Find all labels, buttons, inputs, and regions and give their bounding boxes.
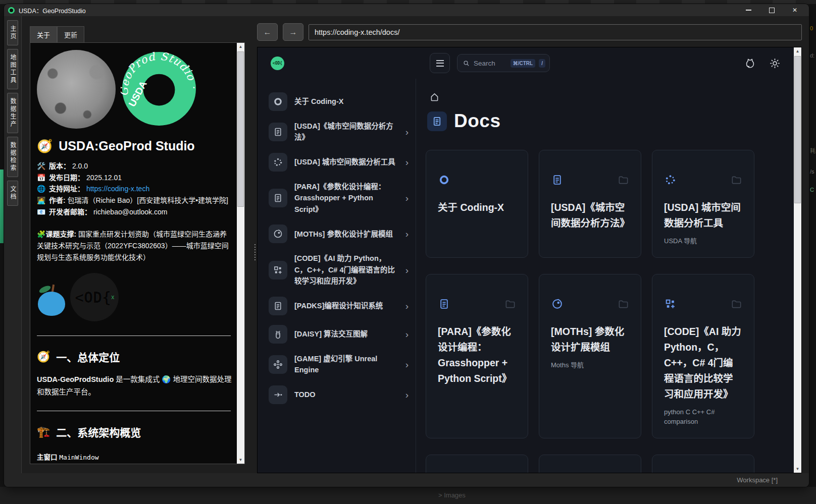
docs-sidebar-item-icon bbox=[269, 92, 287, 111]
chevron-right-icon[interactable]: › bbox=[404, 127, 409, 137]
folder-icon bbox=[618, 298, 629, 310]
docs-sidebar-item[interactable]: [USDA]《城市空间数据分析方法》 › bbox=[268, 118, 410, 146]
docs-sidebar-item[interactable]: [PARA]《参数化设计编程：Grasshopper + Python Scri… bbox=[268, 179, 410, 217]
about-info-line: 🛠️版本： 2.0.0 bbox=[37, 160, 234, 172]
card-topic-icon bbox=[664, 174, 677, 186]
site-logo[interactable]: <OD{ bbox=[271, 57, 284, 70]
section1-heading: 🧭 一、总体定位 bbox=[37, 349, 234, 364]
chevron-right-icon[interactable]: › bbox=[404, 329, 409, 339]
chevron-right-icon[interactable]: › bbox=[404, 229, 409, 239]
folder-icon bbox=[504, 298, 516, 310]
hamburger-menu-button[interactable] bbox=[430, 53, 450, 73]
vertical-tab[interactable]: 数据检索 bbox=[7, 137, 18, 177]
docs-sidebar: 关于 Coding-X [USDA]《城市空间数据分析方法》 › [USDA] … bbox=[258, 79, 416, 473]
docs-sidebar-item-label: [USDA] 城市空间数据分析工具 bbox=[294, 156, 397, 167]
docs-card[interactable] bbox=[426, 455, 528, 474]
docs-sidebar-item[interactable]: [DAISY] 算法交互图解 › bbox=[268, 322, 410, 346]
titlebar[interactable]: USDA：GeoProdStudio ✕ bbox=[4, 4, 809, 16]
chevron-right-icon[interactable]: › bbox=[404, 360, 409, 369]
moon-photo bbox=[37, 50, 116, 129]
background-text-fragment: 耗 bbox=[810, 146, 815, 154]
puzzle-emoji-icon: 🧩 bbox=[37, 230, 45, 238]
docs-sidebar-item[interactable]: [MOTHs] 参数化设计扩展模组 › bbox=[268, 222, 410, 246]
chevron-right-icon[interactable]: › bbox=[404, 390, 409, 400]
card-description: USDA 导航 bbox=[664, 236, 742, 246]
vertical-tab[interactable]: 地图工具 bbox=[7, 49, 18, 89]
browser-scrollbar[interactable]: ▲ ▼ bbox=[794, 47, 801, 473]
browser-toolbar: ← → https://coding-x.tech/docs/ bbox=[257, 23, 802, 47]
folder-icon bbox=[731, 298, 742, 310]
compass-emoji-icon: 🧭 bbox=[37, 139, 53, 153]
chevron-right-icon[interactable]: › bbox=[404, 157, 409, 167]
scrollbar-thumb[interactable] bbox=[237, 51, 244, 207]
docs-sidebar-item-label: 关于 Coding-X bbox=[294, 96, 409, 107]
browser-forward-button[interactable]: → bbox=[283, 23, 303, 41]
docs-sidebar-item-label: [DAISY] 算法交互图解 bbox=[294, 328, 397, 340]
panel-resize-handle[interactable] bbox=[253, 16, 257, 473]
scroll-up-arrow-icon[interactable]: ▲ bbox=[794, 47, 801, 55]
github-icon[interactable] bbox=[744, 58, 756, 69]
vertical-tab[interactable]: 数据生产 bbox=[7, 93, 18, 133]
chevron-right-icon[interactable]: › bbox=[404, 265, 409, 275]
about-document-content: GeoProd Studio · USDA 🧭 USDA:GeoProd Stu… bbox=[30, 43, 237, 464]
about-info-line: 📅发布日期： 2025.12.01 bbox=[37, 172, 234, 184]
background-window-right-sliver: 0d:耗/sC bbox=[809, 4, 816, 487]
docs-card[interactable]: [PARA]《参数化设计编程：Grasshopper + Python Scri… bbox=[426, 274, 528, 438]
docs-sidebar-item-icon bbox=[269, 189, 287, 207]
folder-icon bbox=[731, 174, 742, 186]
docs-card[interactable]: 关于 Coding-X bbox=[426, 150, 528, 258]
info-line-value: https://coding-x.tech bbox=[86, 185, 149, 193]
docs-card[interactable] bbox=[652, 455, 754, 474]
theme-toggle-sun-icon[interactable] bbox=[769, 58, 781, 69]
docs-sidebar-item[interactable]: [GAME] 虚幻引擎 Unreal Engine › bbox=[268, 351, 410, 378]
docs-sidebar-item[interactable]: [USDA] 城市空间数据分析工具 › bbox=[268, 150, 410, 174]
docs-sidebar-item[interactable]: TODO › bbox=[268, 383, 410, 407]
card-topic-icon bbox=[438, 298, 450, 310]
docs-sidebar-item-icon bbox=[269, 225, 287, 243]
background-text-fragment: /s bbox=[810, 169, 814, 175]
docs-card[interactable]: [CODE]《AI 助力 Python，C，C++，C# 4门编程语言的比较学习… bbox=[652, 274, 754, 438]
url-bar[interactable]: https://coding-x.tech/docs/ bbox=[309, 24, 802, 40]
vertical-tab[interactable]: 文档 bbox=[7, 181, 18, 206]
docs-sidebar-item-label: [MOTHs] 参数化设计扩展模组 bbox=[294, 229, 397, 240]
close-button[interactable]: ✕ bbox=[792, 7, 798, 13]
minimize-button[interactable] bbox=[745, 7, 751, 13]
browser-back-button[interactable]: ← bbox=[257, 23, 278, 41]
chevron-right-icon[interactable]: › bbox=[404, 193, 409, 203]
scroll-down-arrow-icon[interactable]: ▼ bbox=[237, 456, 244, 464]
docs-sidebar-item-icon bbox=[269, 261, 287, 279]
hamburger-icon bbox=[436, 60, 444, 61]
docs-title-icon bbox=[427, 111, 447, 131]
section1-paragraph: USDA-GeoProdStudio 是一款集成式 🌍 地理空间数据处理和数据生… bbox=[37, 373, 234, 398]
background-text-fragment: d: bbox=[810, 52, 814, 59]
docs-sidebar-item-icon bbox=[269, 297, 287, 315]
docs-card[interactable]: [USDA]《城市空间数据分析方法》 bbox=[539, 150, 641, 258]
docs-sidebar-item-icon bbox=[269, 153, 287, 172]
about-panel-tab[interactable]: 更新 bbox=[57, 26, 84, 43]
docs-sidebar-item[interactable]: [CODE]《AI 助力 Python，C，C++，C# 4门编程语言的比较学习… bbox=[268, 250, 410, 289]
scroll-down-arrow-icon[interactable]: ▼ bbox=[794, 465, 801, 473]
apple-stem bbox=[52, 285, 55, 292]
background-window-top-sliver bbox=[0, 0, 816, 4]
docs-sidebar-item-label: [USDA]《城市空间数据分析方法》 bbox=[294, 121, 397, 143]
docs-card[interactable]: [MOTHs] 参数化设计扩展模组 Moths 导航 bbox=[539, 274, 641, 438]
window-title: USDA：GeoProdStudio bbox=[19, 6, 86, 15]
card-title: [CODE]《AI 助力 Python，C，C++，C# 4门编程语言的比较学习… bbox=[664, 324, 742, 402]
docs-sidebar-item[interactable]: [PADKS]编程设计知识系统 › bbox=[268, 294, 410, 318]
docs-sidebar-item-label: [PARA]《参数化设计编程：Grasshopper + Python Scri… bbox=[294, 181, 397, 215]
scroll-up-arrow-icon[interactable]: ▲ bbox=[237, 43, 244, 50]
window-statusbar: Workspace [*] bbox=[4, 473, 809, 487]
section2-heading: 🏗️ 二、系统架构概览 bbox=[37, 424, 234, 439]
maximize-button[interactable] bbox=[769, 7, 775, 13]
breadcrumb-home-icon[interactable] bbox=[429, 92, 440, 102]
chevron-right-icon[interactable]: › bbox=[404, 301, 409, 311]
about-scrollbar[interactable]: ▲ ▼ bbox=[237, 43, 244, 464]
docs-card[interactable]: [USDA] 城市空间数据分析工具 USDA 导航 bbox=[652, 150, 754, 258]
vertical-tab[interactable]: 主页 bbox=[7, 20, 18, 45]
docs-sidebar-item[interactable]: 关于 Coding-X bbox=[268, 90, 410, 114]
apple-body bbox=[38, 292, 65, 316]
docs-card[interactable] bbox=[539, 455, 641, 474]
about-panel-tab[interactable]: 关于 bbox=[30, 26, 57, 43]
search-input[interactable]: Search ⌘/CTRL / bbox=[457, 54, 550, 72]
scrollbar-thumb[interactable] bbox=[794, 56, 801, 203]
